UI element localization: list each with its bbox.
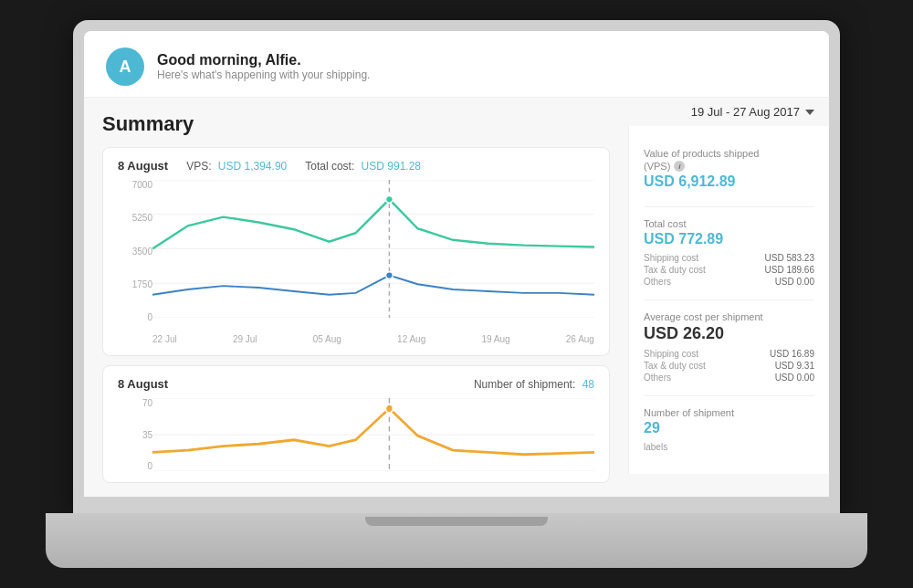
total-cost-tax: Tax & duty cost USD 189.66: [644, 265, 814, 275]
chart1-svg: [152, 180, 594, 318]
vps-stat: Value of products shipped (VPS) i USD 6,…: [644, 137, 814, 207]
chart1-total: Total cost: USD 991.28: [305, 160, 421, 173]
chart1-x-labels: 22 Jul 29 Jul 05 Aug 12 Aug 19 Aug 26 Au…: [152, 334, 594, 344]
chevron-down-icon: [805, 110, 814, 115]
greeting-title: Good morning, Alfie.: [157, 52, 370, 68]
chart1-header: 8 August VPS: USD 1,394.90 Total cost: U…: [118, 159, 594, 173]
date-range-text: 19 Jul - 27 Aug 2017: [691, 105, 800, 119]
chart2-y-labels: 70 35 0: [118, 398, 152, 471]
chart2-header: 8 August Number of shipment: 48: [118, 377, 594, 391]
chart2-shipment: Number of shipment: 48: [474, 378, 594, 391]
app-content: A Good morning, Alfie. Here's what's hap…: [84, 31, 829, 497]
avatar: A: [106, 47, 144, 86]
greeting-subtitle: Here's what's happening with your shippi…: [157, 68, 370, 81]
right-section: 19 Jul - 27 Aug 2017 Value of products s…: [628, 98, 829, 497]
info-icon: i: [674, 161, 685, 172]
avg-cost-value: USD 26.20: [644, 324, 814, 343]
avg-cost-others: Others USD 0.00: [644, 373, 814, 383]
chart1-y-labels: 7000 5250 3500 1750 0: [118, 180, 152, 322]
user-greeting: A Good morning, Alfie. Here's what's hap…: [106, 47, 807, 86]
laptop-frame: A Good morning, Alfie. Here's what's hap…: [46, 20, 867, 568]
num-shipment-value: 29: [644, 420, 814, 436]
laptop-base: [46, 513, 867, 568]
total-cost-stat: Total cost USD 772.89 Shipping cost USD …: [644, 207, 814, 300]
total-cost-shipping: Shipping cost USD 583.23: [644, 253, 814, 263]
chart1-date: 8 August: [118, 159, 168, 173]
chart-card-1: 8 August VPS: USD 1,394.90 Total cost: U…: [102, 147, 610, 356]
total-cost-value: USD 772.89: [644, 231, 814, 247]
right-panel: Value of products shipped (VPS) i USD 6,…: [628, 126, 829, 474]
avg-cost-shipping: Shipping cost USD 16.89: [644, 349, 814, 359]
greeting-text: Good morning, Alfie. Here's what's happe…: [157, 52, 370, 81]
num-shipment-stat: Number of shipment 29 labels: [644, 396, 814, 463]
vps-value: USD 6,912.89: [644, 173, 814, 190]
date-range-row[interactable]: 19 Jul - 27 Aug 2017: [628, 98, 829, 126]
left-panel: Summary 8 August VPS: USD 1,394.90 To: [84, 98, 628, 497]
num-shipment-label: Number of shipment: [644, 407, 814, 418]
avg-cost-label: Average cost per shipment: [644, 311, 814, 322]
svg-point-7: [386, 272, 394, 279]
screen-border: A Good morning, Alfie. Here's what's hap…: [73, 20, 840, 513]
laptop-notch: [365, 517, 548, 526]
screen: A Good morning, Alfie. Here's what's hap…: [84, 31, 829, 497]
num-shipment-sub: labels: [644, 442, 814, 452]
total-cost-others: Others USD 0.00: [644, 277, 814, 287]
total-cost-label: Total cost: [644, 218, 814, 229]
avg-cost-stat: Average cost per shipment USD 26.20 Ship…: [644, 300, 814, 396]
vps-label2: (VPS) i: [644, 161, 814, 172]
svg-point-6: [386, 195, 394, 203]
avg-cost-tax: Tax & duty cost USD 9.31: [644, 361, 814, 371]
chart-card-2: 8 August Number of shipment: 48 70: [102, 365, 610, 483]
vps-label: Value of products shipped: [644, 148, 814, 159]
chart2-date: 8 August: [118, 377, 168, 391]
header: A Good morning, Alfie. Here's what's hap…: [84, 31, 829, 98]
chart2-area: 70 35 0: [118, 398, 594, 471]
chart1-vps: VPS: USD 1,394.90: [186, 160, 287, 173]
chart1-area: 7000 5250 3500 1750 0: [118, 180, 594, 344]
page-title: Summary: [102, 112, 610, 136]
chart2-svg: [152, 398, 594, 471]
svg-point-12: [386, 404, 394, 413]
